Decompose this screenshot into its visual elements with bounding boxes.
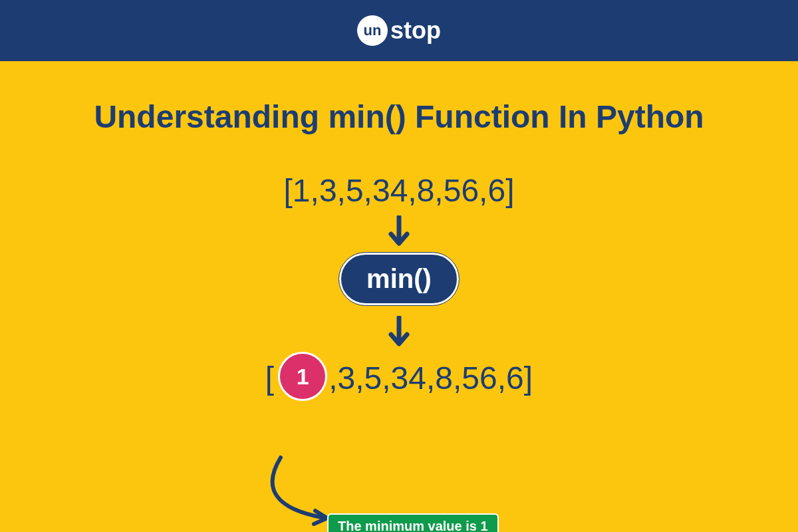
- result-rest: ,3,5,34,8,56,6]: [329, 360, 533, 396]
- result-block: [ 1 ,3,5,34,8,56,6]: [265, 309, 533, 402]
- logo-circle: un: [357, 15, 388, 46]
- result-array: [ 1 ,3,5,34,8,56,6]: [265, 353, 533, 402]
- arrow-down-icon: [387, 316, 411, 349]
- function-pill: min(): [339, 253, 459, 305]
- logo-circle-text: un: [364, 22, 382, 39]
- bracket-open: [: [265, 360, 274, 396]
- header-bar: un stop: [0, 0, 798, 61]
- highlighted-value: 1: [297, 364, 309, 390]
- caption-box: The minimum value is 1: [327, 513, 499, 532]
- page-title: Understanding min() Function In Python: [94, 98, 704, 135]
- curved-arrow-icon: [253, 455, 339, 531]
- highlight-circle: 1: [278, 352, 327, 401]
- logo-suffix-text: stop: [390, 17, 441, 45]
- function-label: min(): [366, 264, 432, 293]
- input-array-text: [1,3,5,34,8,56,6]: [284, 172, 515, 209]
- content-area: Understanding min() Function In Python […: [0, 61, 798, 532]
- brand-logo: un stop: [357, 15, 441, 46]
- arrow-down-icon: [387, 215, 411, 249]
- caption-text: The minimum value is 1: [338, 519, 488, 532]
